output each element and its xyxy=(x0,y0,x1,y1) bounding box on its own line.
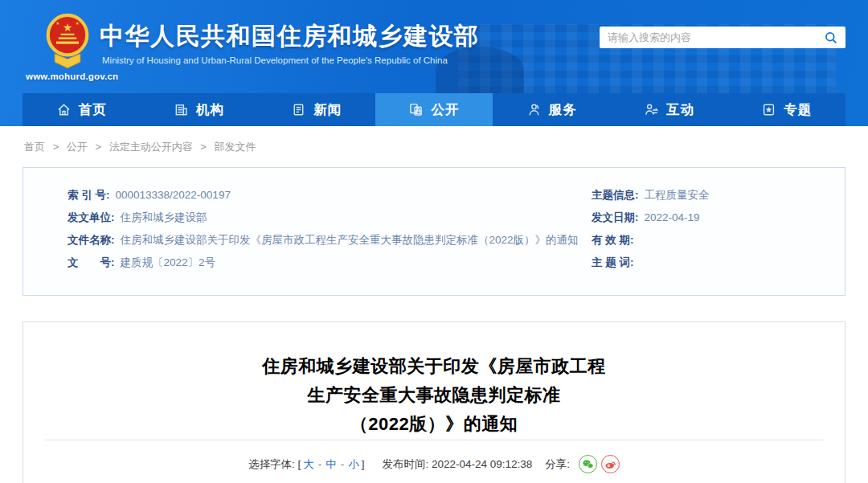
breadcrumb: 首页 > 公开 > 法定主动公开内容 > 部发文件 xyxy=(24,140,868,153)
news-icon xyxy=(291,102,306,117)
info-label: 有 效 期: xyxy=(592,234,634,246)
info-value: 000013338/2022-00197 xyxy=(116,189,231,201)
site-url: www.mohurd.gov.cn xyxy=(26,72,118,81)
share-weibo-icon[interactable] xyxy=(601,455,620,473)
info-label: 主 题 词: xyxy=(592,256,634,268)
nav-item-service[interactable]: 服务 xyxy=(493,93,610,126)
article-title-line: 住房和城乡建设部关于印发《房屋市政工程 xyxy=(23,352,845,381)
font-size-label: 选择字体: xyxy=(248,457,295,472)
main-nav: 首页 机构 新闻 xyxy=(23,93,845,126)
breadcrumb-disclosure[interactable]: 公开 xyxy=(67,141,88,153)
topic-star-icon xyxy=(761,102,776,117)
disclosure-lock-icon xyxy=(408,102,424,117)
article-title: 住房和城乡建设部关于印发《房屋市政工程 生产安全重大事故隐患判定标准 （2022… xyxy=(23,352,845,439)
nav-item-label: 专题 xyxy=(784,101,812,119)
info-label: 索 引 号: xyxy=(68,189,110,201)
nav-item-label: 服务 xyxy=(549,101,577,119)
title-divider xyxy=(45,440,823,440)
dash-separator: - xyxy=(318,458,322,470)
share-label: 分享: xyxy=(545,457,570,472)
site-header: ★ ★ ★ www.mohurd.gov.cn 中华人民共和国住房和城乡建设部 … xyxy=(0,0,868,126)
nav-item-topics[interactable]: 专题 xyxy=(728,93,845,126)
nav-item-interact[interactable]: 互动 xyxy=(610,93,727,126)
document-info-panel: 索 引 号:000013338/2022-00197 发文单位:住房和城乡建设部… xyxy=(23,167,845,296)
info-row-topic-info: 主题信息:工程质量安全 xyxy=(592,184,845,207)
info-row-subject-words: 主 题 词: xyxy=(592,252,845,274)
bracket-open: [ xyxy=(297,458,301,470)
info-label: 文 号: xyxy=(68,256,115,268)
nav-item-label: 机构 xyxy=(196,101,224,119)
search-input[interactable] xyxy=(600,27,817,48)
nav-item-home[interactable]: 首页 xyxy=(23,93,140,126)
search-icon xyxy=(824,31,838,45)
header-tree-decoration xyxy=(436,47,524,93)
svg-text:★: ★ xyxy=(63,21,73,34)
article-title-line: （2022版）》的通知 xyxy=(23,410,845,439)
info-row-index-number: 索 引 号:000013338/2022-00197 xyxy=(68,184,592,207)
document-info-right-column: 主题信息:工程质量安全 发文日期:2022-04-19 有 效 期: 主 题 词… xyxy=(592,184,845,274)
info-row-issuing-unit: 发文单位:住房和城乡建设部 xyxy=(68,207,592,229)
article-panel: 住房和城乡建设部关于印发《房屋市政工程 生产安全重大事故隐患判定标准 （2022… xyxy=(23,321,845,483)
info-row-validity-period: 有 效 期: xyxy=(592,229,845,252)
building-icon xyxy=(174,102,189,117)
header-banner: ★ ★ ★ www.mohurd.gov.cn 中华人民共和国住房和城乡建设部 … xyxy=(0,0,868,93)
nav-item-label: 首页 xyxy=(79,101,107,119)
info-value: 2022-04-19 xyxy=(645,211,700,223)
breadcrumb-separator: > xyxy=(200,141,207,153)
nav-item-org[interactable]: 机构 xyxy=(140,93,257,126)
breadcrumb-separator: > xyxy=(53,141,59,153)
info-label: 文件名称: xyxy=(68,234,115,246)
dash-separator: - xyxy=(341,458,345,470)
document-info-left-column: 索 引 号:000013338/2022-00197 发文单位:住房和城乡建设部… xyxy=(23,184,592,274)
info-label: 发文日期: xyxy=(592,211,639,223)
info-row-document-name: 文件名称:住房和城乡建设部关于印发《房屋市政工程生产安全重大事故隐患判定标准（2… xyxy=(68,229,592,252)
breadcrumb-current-page: 部发文件 xyxy=(215,141,256,153)
svg-text:★: ★ xyxy=(76,21,80,26)
bracket-close: ] xyxy=(362,458,365,470)
font-size-medium-link[interactable]: 中 xyxy=(326,457,337,472)
info-row-issue-date: 发文日期:2022-04-19 xyxy=(592,207,845,229)
nav-item-label: 新闻 xyxy=(313,101,342,119)
breadcrumb-statutory-content[interactable]: 法定主动公开内容 xyxy=(109,141,193,153)
publish-time-label: 发布时间: xyxy=(382,457,428,472)
info-value: 工程质量安全 xyxy=(645,189,710,201)
search-button[interactable] xyxy=(817,27,845,48)
national-emblem-logo: ★ ★ ★ xyxy=(45,11,90,76)
info-value: 住房和城乡建设部关于印发《房屋市政工程生产安全重大事故隐患判定标准（2022版）… xyxy=(121,234,579,246)
breadcrumb-separator: > xyxy=(95,141,101,153)
breadcrumb-home[interactable]: 首页 xyxy=(24,141,45,153)
home-icon xyxy=(56,102,72,117)
share-wechat-icon[interactable] xyxy=(579,455,597,473)
site-name: 中华人民共和国住房和城乡建设部 xyxy=(100,20,480,53)
site-name-english: Ministry of Housing and Urban-Rural Deve… xyxy=(102,55,448,65)
info-value: 住房和城乡建设部 xyxy=(121,211,207,223)
svg-text:★: ★ xyxy=(55,21,59,26)
service-person-icon xyxy=(526,102,542,117)
font-size-small-link[interactable]: 小 xyxy=(348,457,359,472)
publish-time-value: 2022-04-24 09:12:38 xyxy=(432,458,532,470)
nav-item-disclosure[interactable]: 公开 xyxy=(375,93,493,126)
font-size-large-link[interactable]: 大 xyxy=(303,457,314,472)
info-label: 发文单位: xyxy=(68,211,115,223)
search-box xyxy=(600,27,845,48)
info-row-document-number: 文 号:建质规〔2022〕2号 xyxy=(68,252,592,274)
nav-item-label: 互动 xyxy=(666,101,694,119)
nav-item-label: 公开 xyxy=(431,101,459,119)
interact-arrows-icon xyxy=(644,102,659,117)
info-label: 主题信息: xyxy=(592,189,639,201)
article-title-line: 生产安全重大事故隐患判定标准 xyxy=(23,381,845,410)
info-value: 建质规〔2022〕2号 xyxy=(121,256,216,268)
nav-item-news[interactable]: 新闻 xyxy=(258,93,375,126)
article-meta-row: 选择字体: [大-中-小] 发布时间: 2022-04-24 09:12:38 … xyxy=(23,455,845,473)
